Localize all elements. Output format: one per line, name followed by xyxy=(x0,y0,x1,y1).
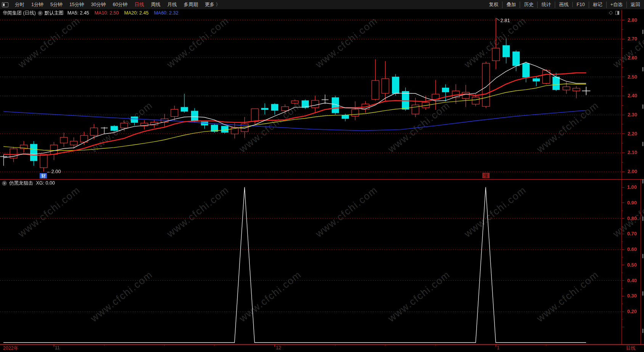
period-tab-60min[interactable]: 60分钟 xyxy=(109,2,131,8)
action-add-watchlist[interactable]: +自选 xyxy=(606,2,626,8)
period-tab-weekly[interactable]: 周线 xyxy=(148,2,164,8)
ma60-value-label: MA60: 2.32 xyxy=(154,10,178,16)
period-tab-monthly[interactable]: 月线 xyxy=(164,2,180,8)
period-tab-15min[interactable]: 15分钟 xyxy=(66,2,88,8)
period-tab-30min[interactable]: 30分钟 xyxy=(88,2,109,8)
month-label: 1 xyxy=(497,345,499,350)
action-back[interactable]: 返回 xyxy=(626,2,644,8)
finance-badge: 财 xyxy=(40,173,47,178)
period-tab-more[interactable]: 更多 〉 xyxy=(201,2,224,8)
page-icon[interactable]: ◨ xyxy=(615,10,620,15)
ma10-value-label: MA10: 2.50 xyxy=(95,10,119,16)
action-overlay[interactable]: 叠加 xyxy=(502,2,520,8)
period-tab-multi[interactable]: 多周期 xyxy=(180,2,202,8)
diamond-icon[interactable]: ◇ xyxy=(609,10,613,15)
period-tab-daily[interactable]: 日线 xyxy=(131,2,148,8)
chevron-down-icon[interactable]: ∨ xyxy=(38,11,43,16)
indicator-name[interactable]: 仿黑龙狙击 xyxy=(9,180,33,186)
chart-info-bar: 华闻集团 (日线) ∨ 默认主图 MA5: 2.45 MA10: 2.50 MA… xyxy=(0,9,644,17)
chevron-down-icon[interactable]: ∨ xyxy=(2,181,7,186)
trading-app-window: www.cfchi.comwww.cfchi.comwww.cfchi.comw… xyxy=(0,0,644,352)
rise-badge: 涨 xyxy=(482,173,490,178)
action-mark[interactable]: 标记 xyxy=(589,2,606,8)
main-view-selector[interactable]: 默认主图 xyxy=(45,10,64,16)
ma20-value-label: MA20: 2.45 xyxy=(124,10,149,16)
indicator-header: ∨ 仿黑龙狙击 XG: 0.00 xyxy=(1,180,55,186)
action-history[interactable]: 历史 xyxy=(520,2,537,8)
month-label: 12 xyxy=(276,345,281,350)
chart-canvas[interactable] xyxy=(0,0,644,352)
time-axis-year-label: 2022年 xyxy=(3,345,18,352)
indicator-value: XG: 0.00 xyxy=(36,180,55,186)
period-menu-bar: 分时 1分钟 5分钟 15分钟 30分钟 60分钟 日线 周线 月线 多周期 更… xyxy=(0,0,644,10)
stock-title: 华闻集团 (日线) xyxy=(3,10,36,16)
period-tab-1min[interactable]: 1分钟 xyxy=(28,2,47,8)
period-tab-fenshi[interactable]: 分时 xyxy=(11,2,28,8)
action-adjust-rights[interactable]: 复权 xyxy=(485,2,502,8)
ma5-value-label: MA5: 2.45 xyxy=(67,10,89,16)
bottom-period-label: 日线 xyxy=(626,345,636,352)
app-icon[interactable] xyxy=(2,2,8,7)
action-f10[interactable]: F10 xyxy=(572,2,589,7)
period-tab-5min[interactable]: 5分钟 xyxy=(47,2,66,8)
action-statistics[interactable]: 统计 xyxy=(537,2,555,8)
action-draw-line[interactable]: 画线 xyxy=(555,2,572,8)
month-label: 11 xyxy=(55,345,60,350)
